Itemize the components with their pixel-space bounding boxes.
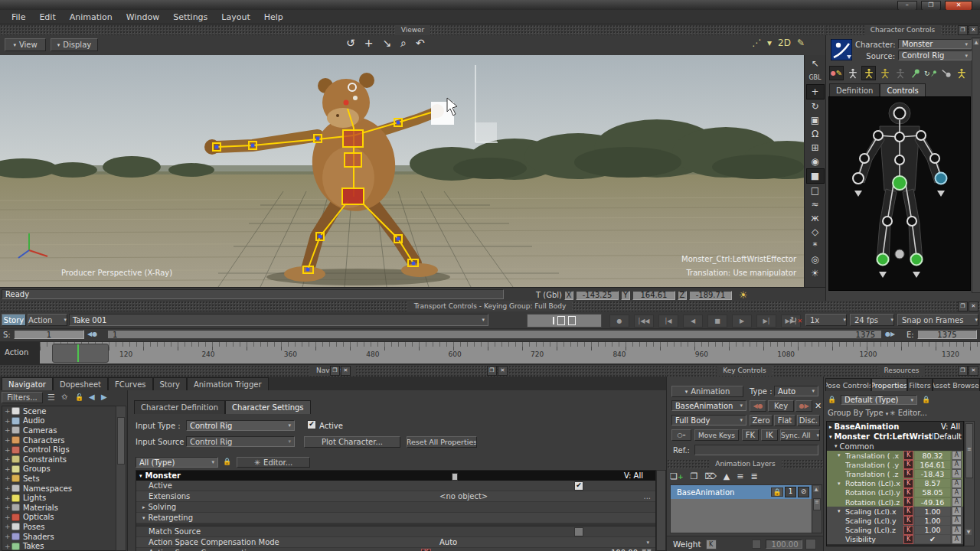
undock-icon[interactable]: ❐ [958, 25, 968, 35]
hips-effector[interactable] [893, 176, 906, 190]
settings-tab[interactable]: Character Definition [134, 400, 225, 414]
key-toggle[interactable]: K [903, 469, 913, 478]
reset-view-icon[interactable]: ↶ [416, 37, 425, 50]
plot-character-button[interactable]: Plot Character... [304, 436, 400, 448]
key-toggle[interactable]: K [421, 549, 431, 551]
go-to-start-button[interactable]: |◀◀ [634, 315, 654, 328]
frame-icon[interactable]: ⊞ [807, 141, 824, 155]
curves-icon[interactable]: ≈ [807, 197, 824, 211]
axis-icon[interactable]: * [807, 239, 824, 253]
back-icon[interactable]: ◀ [89, 393, 95, 401]
ik-button[interactable]: IK [761, 429, 778, 441]
property-filter-select[interactable]: All (Type)▾ [136, 457, 218, 468]
orbit-icon[interactable]: ↺ [346, 37, 355, 50]
timeline-zoom-region[interactable] [52, 344, 109, 363]
resources-tab[interactable]: Filters [907, 378, 933, 391]
menu-item[interactable]: Window [119, 12, 166, 22]
delete-layer-icon[interactable]: ⌦ [704, 471, 717, 481]
body-part-icon[interactable] [861, 66, 876, 80]
view-menu-button[interactable]: ▾View [5, 38, 46, 51]
step-back-button[interactable]: ◀ [683, 315, 703, 328]
anim-toggle[interactable]: A [952, 460, 962, 469]
gbl-space-icon[interactable]: GBL [807, 70, 824, 84]
table-group-header[interactable]: ▾Monster V: All [136, 471, 655, 481]
navigator-tab[interactable]: Story [153, 377, 187, 390]
anim-toggle[interactable]: A [952, 451, 962, 460]
action-mode-select[interactable]: Action▾ [28, 314, 67, 326]
key-button[interactable]: Key [768, 400, 794, 412]
tree-item[interactable]: +Scene [2, 406, 116, 416]
property-group-retargeting[interactable]: ▾Retargeting [136, 513, 655, 523]
anim-toggle[interactable]: A [952, 469, 962, 478]
fps-select[interactable]: 24 fps▾ [850, 314, 894, 326]
tree-scrollbar[interactable] [116, 406, 126, 551]
snap-select[interactable]: Snap on Frames▾ [897, 314, 978, 326]
menu-item[interactable]: File [5, 12, 32, 22]
key-toggle[interactable]: K [903, 460, 913, 469]
draw-icon[interactable]: ✎ [797, 37, 805, 48]
2d-view-icon[interactable]: 2D [778, 37, 791, 48]
translate-icon[interactable]: + [806, 84, 825, 99]
weight-key-toggle[interactable]: K [706, 540, 717, 549]
checkbox-checked[interactable]: ✔ [574, 481, 583, 491]
active-checkbox[interactable]: ✔ [307, 420, 316, 429]
play-button[interactable]: ▶ [732, 315, 752, 328]
undock-icon[interactable]: ❐ [958, 366, 968, 376]
asc-slider-thumb[interactable] [452, 473, 458, 481]
navigator-tab[interactable]: Dopesheet [53, 377, 108, 390]
key-toggle[interactable]: K [903, 479, 913, 488]
scale-icon[interactable]: ▣ [807, 113, 824, 127]
shaded-display-icon[interactable]: ■ [806, 168, 825, 184]
duplicate-layer-icon[interactable]: ❐ [690, 471, 697, 481]
group-by-select[interactable]: Group By Type ▾ [828, 409, 888, 417]
resources-tab[interactable]: Pose Controls [825, 378, 871, 391]
layer-scrollbar[interactable]: ▲ ≡ [812, 484, 822, 533]
property-row-asc[interactable]: Action Space Compensation K 100.00 A [136, 548, 655, 551]
weight-checkbox[interactable] [752, 540, 761, 549]
editor-button[interactable]: ✳Editor... [237, 457, 310, 468]
resource-editor-button[interactable]: ✳ Editor... [890, 409, 927, 417]
resources-tab[interactable]: Properties [871, 378, 908, 391]
y-value[interactable]: 164.61 [632, 291, 675, 300]
resource-property-row[interactable]: Visibility K ✔ A [827, 535, 963, 544]
resource-property-row[interactable]: Translation ( .z K -18.43 A [827, 469, 963, 478]
tree-item[interactable]: +Audio [2, 416, 116, 426]
zero-button[interactable]: Zero [750, 415, 773, 426]
resources-tab[interactable]: Asset Browser [933, 378, 980, 391]
forward-icon[interactable]: ▶ [101, 393, 107, 401]
undock-icon[interactable]: ❐ [330, 366, 340, 376]
sync-all-button[interactable]: Sync. All▾ [780, 429, 820, 441]
next-key-button[interactable]: ▶| [756, 315, 776, 328]
zoom-icon[interactable]: ⌕ [400, 37, 407, 50]
merge-layers-icon[interactable]: ≡ [737, 471, 743, 481]
select-cursor-icon[interactable]: ↖ [807, 57, 824, 70]
prev-key-button[interactable]: ◀● [750, 400, 766, 412]
pin-rotate-icon[interactable]: ↻ [924, 67, 937, 80]
resource-property-row[interactable]: Scaling (Lcl).y K 1.00 A [827, 516, 963, 525]
resource-property-row[interactable]: Rotation (Lcl).y K 58.05 A [827, 488, 963, 497]
resource-property-row[interactable]: ▾ Translation ( .x K 80.32 A [827, 451, 963, 460]
close-panel-icon[interactable]: ✕ [341, 366, 351, 376]
tree-item[interactable]: +Characters [2, 435, 116, 445]
settings-tab[interactable]: Character Settings [225, 400, 311, 414]
table-scrollbar[interactable] [656, 470, 666, 551]
anim-toggle[interactable]: A [952, 507, 962, 516]
filter-lock-icon[interactable]: 🔒 [828, 396, 836, 403]
property-row-match-source[interactable]: Match Source [136, 527, 655, 537]
layer-mute-icon[interactable]: ⊘ [798, 487, 809, 497]
anim-toggle[interactable]: A [952, 526, 962, 535]
full-body-icon[interactable] [846, 67, 859, 80]
favorites-icon[interactable]: ✩ [61, 393, 67, 401]
resource-property-row[interactable]: ▾ Scaling (Lcl).x K 1.00 A [827, 507, 963, 516]
tree-item[interactable]: +Materials [2, 503, 116, 513]
x-value[interactable]: -143.25 [576, 291, 619, 300]
viewport-3d[interactable]: Producer Perspective (X-Ray) Monster_Ctr… [0, 55, 804, 287]
key-toggle[interactable]: K [903, 507, 913, 516]
timeline-ruler[interactable]: 120240360480600720840960108012001320 [40, 342, 980, 364]
layer-select[interactable]: BaseAnimation▾ [671, 400, 746, 411]
anim-toggle[interactable]: A [952, 535, 962, 544]
close-panel-icon[interactable]: ✕ [498, 366, 508, 376]
property-row-asc-mode[interactable]: Action Space Compensation Mode Auto ▾ [136, 537, 655, 548]
layer-count-badge[interactable]: 1 [785, 487, 796, 497]
range-left-handle[interactable]: ◀● [87, 331, 97, 337]
